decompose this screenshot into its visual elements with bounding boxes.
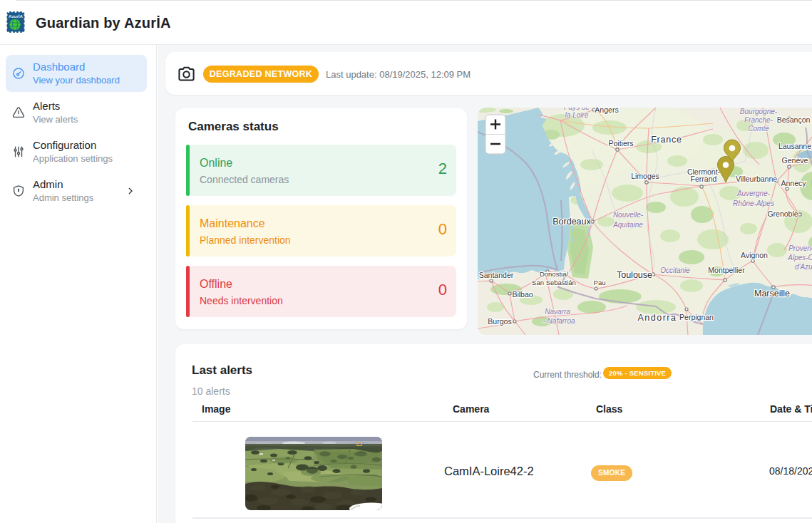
- svg-text:Pau: Pau: [594, 279, 606, 286]
- svg-text:Bilbao: Bilbao: [512, 290, 533, 299]
- svg-text:Andorra: Andorra: [638, 313, 677, 323]
- svg-text:Annecy: Annecy: [781, 179, 806, 187]
- svg-text:Aquitaine: Aquitaine: [612, 221, 643, 229]
- svg-text:Alpes-Côte: Alpes-Côte: [787, 254, 812, 262]
- svg-text:Occitanie: Occitanie: [660, 266, 690, 274]
- svg-text:Lausanne: Lausanne: [778, 142, 811, 150]
- svg-text:AzurİA: AzurİA: [9, 14, 23, 19]
- svg-text:San Sebastián: San Sebastián: [532, 279, 576, 286]
- svg-text:d'Azur: d'Azur: [795, 263, 812, 271]
- svg-text:Navarra: Navarra: [545, 308, 570, 316]
- svg-text:Bourgogne-: Bourgogne-: [740, 108, 778, 115]
- svg-text:Villeurbanne: Villeurbanne: [736, 175, 777, 183]
- svg-text:Franche-: Franche-: [744, 116, 774, 124]
- svg-text:Rhône-Alpes: Rhône-Alpes: [733, 200, 774, 207]
- svg-text:Poitiers: Poitiers: [608, 139, 633, 147]
- svg-text:Perpignan: Perpignan: [679, 313, 714, 321]
- svg-text:Nouvelle-: Nouvelle-: [613, 211, 644, 219]
- svg-text:France: France: [651, 135, 682, 145]
- svg-text:Montpellier: Montpellier: [708, 266, 745, 274]
- svg-text:Angers: Angers: [595, 108, 618, 114]
- svg-text:Besançon: Besançon: [777, 115, 811, 124]
- svg-text:Auvergne-: Auvergne-: [736, 190, 771, 197]
- svg-text:Toulouse: Toulouse: [617, 270, 652, 280]
- svg-text:Comté: Comté: [748, 125, 769, 133]
- svg-text:Avignon: Avignon: [741, 251, 768, 259]
- svg-text:Burgos: Burgos: [488, 317, 511, 326]
- svg-text:Donostia/: Donostia/: [540, 270, 568, 278]
- svg-text:Grenoble: Grenoble: [767, 209, 798, 218]
- svg-text:Bordeaux: Bordeaux: [553, 217, 591, 227]
- svg-text:Santander: Santander: [479, 271, 514, 279]
- svg-text:la Loire: la Loire: [565, 111, 589, 119]
- svg-text:Limoges: Limoges: [631, 172, 659, 180]
- svg-text:Genève: Genève: [782, 156, 808, 165]
- svg-text:Provence-: Provence-: [788, 244, 812, 252]
- svg-text:Ferrand: Ferrand: [691, 175, 717, 183]
- svg-text:Marseille: Marseille: [754, 289, 790, 299]
- svg-text:- Nafarroa: - Nafarroa: [543, 317, 575, 325]
